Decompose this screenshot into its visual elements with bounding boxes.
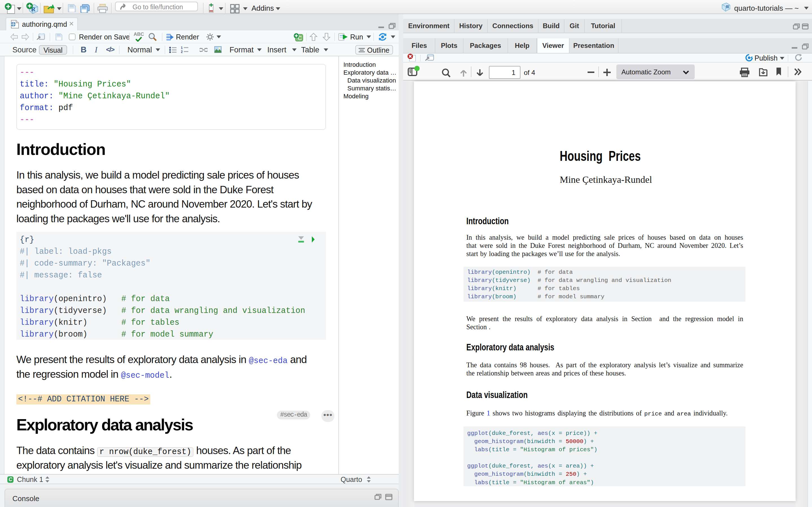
svg-text:R: R — [726, 4, 729, 9]
svg-text:2: 2 — [181, 50, 183, 53]
